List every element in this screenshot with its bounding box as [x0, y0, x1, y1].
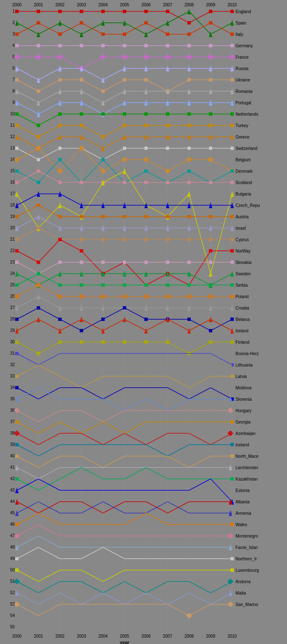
kazakhstan-label: Kazakhstan — [236, 477, 257, 481]
x-label-b-2004: 2004 — [98, 634, 108, 639]
y-label-2: 2 — [12, 20, 15, 25]
x-label-2000: 2000 — [12, 3, 22, 7]
armenia-label: Armenia — [236, 511, 252, 516]
russia-label: Russia — [236, 66, 249, 71]
x-label-2009: 2009 — [206, 3, 216, 7]
y-label-10: 10 — [10, 111, 15, 116]
austria-label: Austria — [236, 215, 249, 219]
main-chart-svg: text.axis { font-size: 10px; fill: #000;… — [0, 0, 287, 644]
spain-label: Spain — [236, 21, 246, 25]
andorra-label: Andorra — [236, 579, 251, 584]
estonia-label: Estonia — [236, 488, 250, 493]
y-label-3: 3 — [12, 32, 15, 36]
czech-label: Czech_Repu — [236, 203, 260, 208]
y-label-50: 50 — [10, 568, 15, 572]
slovakia-label: Slovakia — [236, 260, 252, 265]
northmacedonia-label: North_Mace — [236, 454, 259, 459]
georgia-label: Georgia — [236, 420, 251, 424]
y-label-15: 15 — [10, 168, 15, 173]
y-label-19: 19 — [10, 214, 15, 219]
y-label-27: 27 — [10, 305, 15, 310]
y-label-35: 35 — [10, 397, 15, 401]
y-label-21: 21 — [10, 237, 15, 242]
y-label-8: 8 — [12, 89, 15, 93]
x-label-b-2003: 2003 — [77, 634, 87, 639]
y-label-48: 48 — [10, 545, 15, 549]
luxembourg-label: Luxembourg — [236, 568, 259, 573]
chart-container: text.axis { font-size: 10px; fill: #000;… — [0, 0, 287, 644]
x-label-2004: 2004 — [98, 3, 108, 7]
france-label: France — [236, 55, 249, 60]
slovenia-label: Slovenia — [236, 397, 252, 402]
y-label-43: 43 — [10, 488, 15, 492]
montenegro-label: Montenegro — [236, 534, 258, 538]
y-label-20: 20 — [10, 226, 15, 230]
faroeislands-label: Faroe_Islan — [236, 545, 258, 550]
finland-label: Finland — [236, 340, 249, 345]
y-label-18: 18 — [10, 203, 15, 207]
x-label-b-2006: 2006 — [141, 634, 151, 639]
azerbaijan-label: Azerbaijan — [236, 431, 255, 436]
bosnia-label: Bosnia-Herz — [236, 351, 259, 356]
y-label-7: 7 — [12, 77, 15, 82]
y-label-28: 28 — [10, 317, 15, 321]
y-label-22: 22 — [10, 248, 15, 253]
ukraine-label: Ukraine — [236, 78, 250, 82]
x-label-2001: 2001 — [34, 3, 43, 7]
hungary-label: Hungary — [236, 408, 252, 413]
x-label-b-2009: 2009 — [206, 634, 216, 639]
y-label-41: 41 — [10, 465, 15, 470]
y-label-30: 30 — [10, 340, 15, 344]
germany-label: Germany — [236, 43, 253, 48]
england-label: England — [236, 9, 251, 14]
x-label-b-2001: 2001 — [34, 634, 43, 639]
greece-label: Greece — [236, 135, 249, 139]
y-label-52: 52 — [10, 590, 15, 595]
y-label-9: 9 — [12, 100, 15, 105]
liechtenstein-label: Liechtenstei — [236, 465, 258, 470]
y-label-40: 40 — [10, 454, 15, 458]
y-label-32: 32 — [10, 362, 15, 367]
y-label-29: 29 — [10, 328, 15, 333]
scotland-label: Scotland — [236, 180, 252, 185]
x-label-b-2005: 2005 — [120, 634, 130, 639]
serbia-label: Serbia — [236, 283, 248, 288]
x-label-2003: 2003 — [77, 3, 87, 7]
moldova-label: Moldova — [236, 386, 252, 390]
y-label-4: 4 — [12, 43, 15, 48]
wales-label: Wales — [236, 522, 247, 527]
x-label-b-2008: 2008 — [184, 634, 194, 639]
ireland-label: Ireland — [236, 329, 249, 333]
northernireland-label: Northern_Ir — [236, 557, 257, 561]
iceland-label: Iceland — [236, 443, 249, 447]
cyprus-label: Cyprus — [236, 237, 249, 242]
y-label-39: 39 — [10, 442, 15, 447]
x-label-b-2000: 2000 — [12, 634, 22, 639]
y-label-42: 42 — [10, 476, 15, 481]
y-label-11: 11 — [10, 123, 15, 128]
norway-label: NorWay — [236, 249, 251, 253]
x-label-2005: 2005 — [120, 3, 130, 7]
y-label-33: 33 — [10, 374, 15, 378]
italy-label: Italy — [236, 32, 243, 37]
y-label-12: 12 — [10, 134, 15, 139]
y-label-44: 44 — [10, 499, 15, 504]
x-axis-title: year — [120, 640, 130, 644]
lithuania-label: Lithuania — [236, 363, 253, 367]
belgium-label: Belgium — [236, 158, 251, 162]
turkey-label: Turkey — [236, 123, 248, 128]
malta-label: Malta — [236, 591, 246, 595]
x-label-2006: 2006 — [141, 3, 151, 7]
y-label-24: 24 — [10, 271, 15, 276]
portugal-label: Portugal — [236, 101, 251, 105]
israel-label: Israel — [236, 226, 246, 231]
belarus-label: Belarus — [236, 317, 250, 322]
bulgaria-label: Bulgaria — [236, 192, 251, 196]
poland-label: Poland — [236, 294, 249, 299]
y-label-25: 25 — [10, 283, 15, 287]
latvia-label: Latvia — [236, 374, 247, 379]
y-label-55: 55 — [10, 625, 15, 629]
albania-label: Albania — [236, 500, 250, 504]
y-label-6: 6 — [12, 66, 15, 71]
y-label-46: 46 — [10, 522, 15, 527]
